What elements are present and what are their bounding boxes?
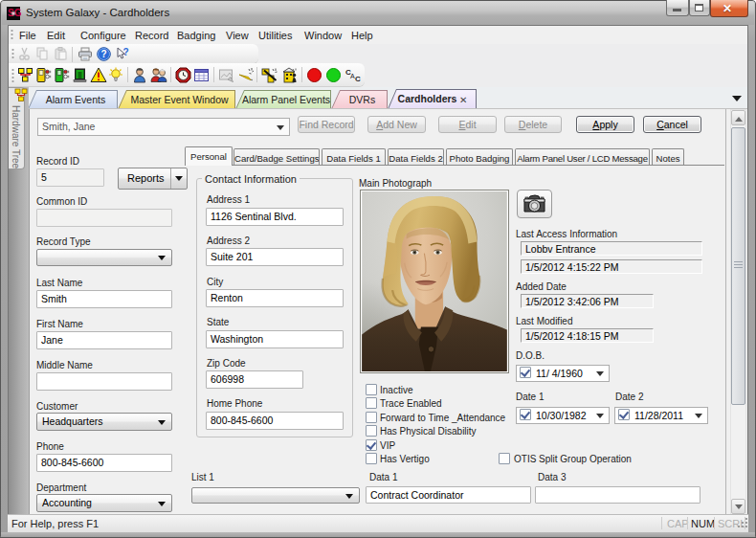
- svg-text:?: ?: [100, 49, 106, 59]
- svg-text:?: ?: [122, 47, 128, 57]
- svg-text:C: C: [355, 75, 361, 83]
